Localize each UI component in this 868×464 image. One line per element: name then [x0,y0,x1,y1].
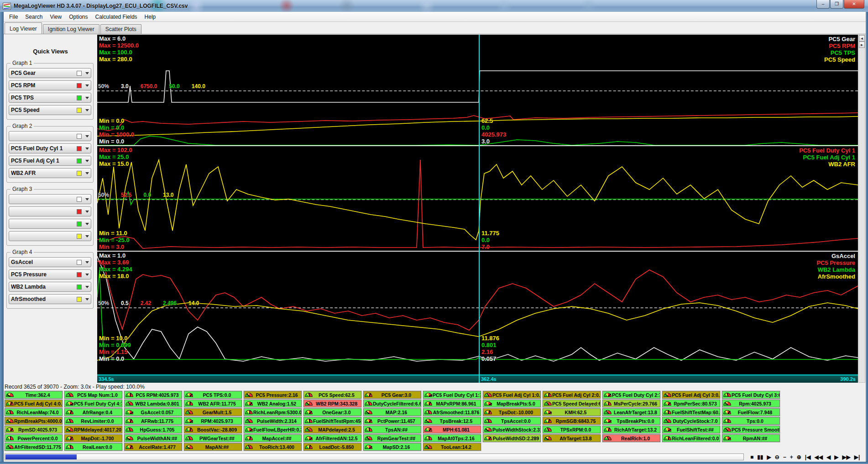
chevron-down-icon[interactable] [85,109,89,111]
chevron-down-icon[interactable] [85,97,89,99]
gauge-cell[interactable]: FuelFlowLBperHR:0.3 [244,426,302,433]
gauge-cell[interactable]: DutyCycleFiltered:6.68 [363,400,421,407]
skip-end-button[interactable]: ▶| [852,453,862,461]
gauge-cell[interactable]: RpmGearTest:## [363,434,421,442]
series-selector[interactable]: PC5 Fuel Adj Cyl 1 [9,156,91,166]
gauge-cell[interactable]: AccelRate:1.477 [124,443,182,451]
gauge-cell[interactable]: PulseWidthAN:## [124,434,182,442]
series-selector[interactable]: WB2 AFR [9,168,91,178]
gauge-cell[interactable]: PC5 Fuel Adj Cyl 1:0.0 [483,391,541,399]
series-selector[interactable] [9,231,91,241]
gauge-cell[interactable]: TpsAN:## [363,426,421,433]
gauge-cell[interactable]: RealRich:1.0 [602,434,660,442]
menu-options[interactable]: Options [65,12,91,21]
gauge-cell[interactable]: Time:362.4 [5,391,63,399]
gauge-cell[interactable]: PC5 Fuel Adj Cyl 3:0.0 [662,391,720,399]
series-selector[interactable]: PC5 Pressure [9,269,91,279]
gauge-cell[interactable]: TPSxRPM:0.0 [543,426,601,433]
gauge-cell[interactable]: MAPxRPM:86.961 [423,400,481,407]
menu-help[interactable]: Help [141,12,160,21]
chevron-down-icon[interactable] [85,198,89,200]
gauge-cell[interactable]: RpmSGB:6843.75 [543,417,601,425]
series-selector[interactable] [9,194,91,204]
gauge-cell[interactable]: PowerPercent:0.0 [5,434,63,442]
menu-view[interactable]: View [46,12,65,21]
graph4-panel[interactable]: Max = 1.0Max = 3.69Max = 4.294Max = 18.0… [97,252,858,363]
gauge-cell[interactable]: WB2 AFR:11.775 [184,400,242,407]
stop-button[interactable]: ■ [748,453,755,461]
graph2-panel[interactable]: Max = 102.0Max = 25.0Max = 15.0Min = 11.… [97,146,858,252]
plus-button[interactable]: + [788,453,795,461]
gauge-cell[interactable]: RpmSD:4025.973 [5,426,63,433]
gauge-cell[interactable]: MAP:2.16 [363,408,421,416]
gauge-cell[interactable]: OneGear:3.0 [303,408,361,416]
chevron-down-icon[interactable] [85,84,89,87]
gauge-cell[interactable]: PC5 Fuel Duty Cyl 3:6. [722,391,780,399]
playback-progress-track[interactable] [5,453,744,460]
gauge-cell[interactable]: PulseWidth:2.314 [244,417,302,425]
series-selector[interactable] [9,131,91,141]
gauge-cell[interactable]: AfrFilteredSD:11.775 [5,443,63,451]
chevron-down-icon[interactable] [85,72,89,74]
gauge-cell[interactable]: FuelShiftTestRpm:450 [303,417,361,425]
series-selector[interactable]: PC5 Speed [9,105,91,115]
gauge-cell[interactable]: RpmAN:## [722,434,780,442]
gauge-cell[interactable]: WB2 RPM:343.328 [303,400,361,407]
skip-start-button[interactable]: |◀ [803,453,813,461]
gauge-cell[interactable]: HpGuess:1.705 [124,426,182,433]
chevron-down-icon[interactable] [85,148,89,150]
gauge-cell[interactable]: RichLeanMap:74.0 [5,408,63,416]
gauge-cell[interactable]: KMH:62.5 [543,408,601,416]
gauge-cell[interactable]: AfrFilteredAN:12.5 [303,434,361,442]
gauge-cell[interactable]: RpmPerSec:80.573 [662,400,720,407]
gauge-cell[interactable]: PC5 RPM:4025.973 [124,391,182,399]
series-selector[interactable]: PC5 RPM [9,80,91,90]
gauge-cell[interactable]: RpmBreakPts:4000.0 [5,417,63,425]
gauge-cell[interactable]: PC5 Fuel Duty Cyl 1:7. [423,391,481,399]
gauge-cell[interactable]: AfrTarget:13.8 [543,434,601,442]
gauge-cell[interactable]: PC5 Fuel Duty Cyl 2:7. [602,391,660,399]
series-selector[interactable]: GsAccel [9,257,91,267]
gauge-cell[interactable]: LeanAfrTarget:13.8 [602,408,660,416]
gauge-cell[interactable]: PC5 TPS:0.0 [184,391,242,399]
series-selector[interactable]: PC5 Fuel Duty Cyl 1 [9,143,91,153]
gauge-cell[interactable]: RPMdelayed:4017.207 [64,426,122,433]
gauge-cell[interactable]: RichAfrTarget:13.2 [602,426,660,433]
close-button[interactable]: ✕ [844,0,864,9]
gauge-cell[interactable]: MapDot:-1.700 [64,434,122,442]
gauge-cell[interactable]: FuelShiftTestMap:60.0 [662,408,720,416]
pause-button[interactable]: ▮▮ [755,453,765,461]
gauge-cell[interactable]: RevLimiter:0.0 [64,417,122,425]
series-selector[interactable] [9,206,91,216]
chevron-down-icon[interactable] [85,160,89,162]
series-selector[interactable]: WB2 Lambda [9,282,91,292]
gauge-cell[interactable]: PulseWidthSD:2.289 [483,434,541,442]
graph-canvas[interactable]: Max = 6.0Max = 12500.0Max = 100.0Max = 2… [97,35,858,383]
chevron-down-icon[interactable] [85,261,89,264]
series-selector[interactable]: AfrSmoothed [9,294,91,304]
gauge-cell[interactable]: WB2 Lambda:0.801 [124,400,182,407]
gauge-cell[interactable]: PctPower:11.457 [363,417,421,425]
gauge-cell[interactable]: DutyCycleStock:7.0 [662,417,720,425]
gauge-cell[interactable]: TpsBreakPts:0.0 [602,417,660,425]
gauge-cell[interactable]: PWGearTest:## [184,434,242,442]
chevron-down-icon[interactable] [85,223,89,225]
gauge-cell[interactable]: MapBreakPts:5.0 [483,400,541,407]
chevron-down-icon[interactable] [85,172,89,174]
play-button[interactable]: ▶ [765,453,773,461]
gauge-cell[interactable]: PulseWidthStock:2.314 [483,426,541,433]
gauge-cell[interactable]: WB2 Analog:1.52 [244,400,302,407]
tab-scatter-plots[interactable]: Scatter Plots [100,24,141,34]
menu-file[interactable]: File [5,12,21,21]
gauge-cell[interactable]: TooRich:13.400 [244,443,302,451]
gauge-cell[interactable]: MapAt0Tps:2.16 [423,434,481,442]
gauge-cell[interactable]: TpsDot:-10.000 [483,408,541,416]
gauge-cell[interactable]: AFRwb:11.775 [124,417,182,425]
menu-search[interactable]: Search [21,12,46,21]
series-selector[interactable]: PC5 TPS [9,93,91,103]
scroll-right-icon[interactable]: ► [859,42,865,48]
chevron-down-icon[interactable] [85,274,89,276]
gauge-cell[interactable]: PC5 Map Num:1.0 [64,391,122,399]
minimize-button[interactable]: – [816,0,830,9]
gauge-cell[interactable]: GsAccel:0.057 [124,408,182,416]
